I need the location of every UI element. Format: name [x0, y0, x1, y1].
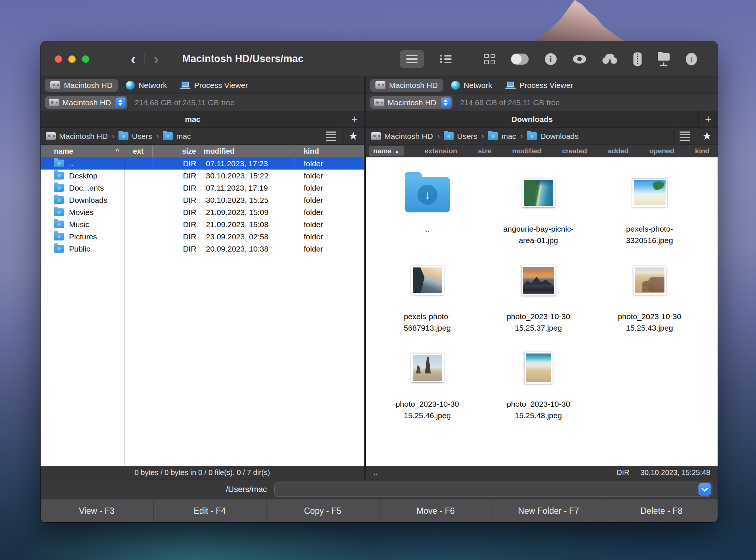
table-row[interactable]: Desktop DIR 30.10.2023, 15:22 folder	[41, 170, 364, 182]
column-header-name[interactable]: name▲	[369, 146, 404, 156]
breadcrumb-item-macintosh-hd[interactable]: Macintosh HD	[371, 132, 433, 141]
star-icon: ★	[702, 131, 712, 141]
edit-f4-button[interactable]: Edit - F4	[153, 499, 266, 522]
search-button[interactable]	[602, 54, 617, 64]
file-item[interactable]: pexels-photo-3320516.jpeg	[594, 165, 705, 252]
info-button[interactable]: i	[545, 53, 557, 65]
column-header-size[interactable]: size	[153, 145, 200, 157]
breadcrumb-item-macintosh-hd[interactable]: Macintosh HD	[46, 132, 108, 141]
tab-macintosh-hd[interactable]: Macintosh HD	[45, 79, 118, 92]
zoom-button[interactable]	[82, 55, 89, 63]
file-item[interactable]: photo_2023-10-30 15.25.48.jpeg	[483, 340, 594, 427]
file-name: photo_2023-10-30 15.25.46.jpeg	[391, 398, 464, 421]
pane-tab-mac[interactable]: mac	[41, 111, 345, 127]
file-name: photo_2023-10-30 15.25.48.jpeg	[502, 398, 575, 421]
copy-f5-button[interactable]: Copy - F5	[266, 499, 379, 522]
column-header-modified[interactable]: modified	[200, 145, 294, 157]
minimize-button[interactable]	[68, 55, 76, 63]
breadcrumb-item-mac[interactable]: mac	[163, 132, 191, 141]
column-header-kind[interactable]: kind	[294, 145, 364, 157]
file-item[interactable]: photo_2023-10-30 15.25.46.jpeg	[372, 340, 483, 427]
file-ext	[124, 157, 153, 170]
close-button[interactable]	[55, 55, 62, 63]
list-view-button[interactable]	[400, 50, 424, 68]
drive-free-space: 214,68 GB of 245,11 GB free	[135, 98, 234, 107]
command-input[interactable]	[274, 482, 712, 497]
table-row[interactable]: Public DIR 20.09.2023, 10:38 folder	[41, 243, 364, 255]
file-name: angourie-bay-picnic-area-01.jpg	[502, 223, 575, 246]
column-header-opened[interactable]: opened	[649, 147, 674, 155]
add-tab-button[interactable]: +	[345, 111, 364, 127]
move-f6-button[interactable]: Move - F6	[379, 499, 492, 522]
column-header-kind[interactable]: kind	[695, 147, 709, 155]
download-button[interactable]: ↓	[686, 53, 697, 65]
file-modified: 23.09.2023, 02:58	[200, 231, 294, 243]
file-name: photo_2023-10-30 15.25.43.jpeg	[613, 311, 687, 334]
forward-button[interactable]: ›	[145, 52, 167, 66]
view-f3-button[interactable]: View - F3	[41, 499, 153, 522]
new-folder-f7-button[interactable]: New Folder - F7	[492, 499, 605, 522]
toolbar: i ↓	[400, 50, 718, 68]
image-thumbnail	[411, 354, 444, 382]
file-item[interactable]: photo_2023-10-30 15.25.37.jpeg	[483, 252, 594, 340]
command-input-wrap	[274, 482, 712, 497]
pane-tab-downloads[interactable]: Downloads	[366, 111, 698, 127]
command-history-button[interactable]	[698, 483, 711, 496]
breadcrumb-item-users[interactable]: Users	[444, 132, 477, 141]
favorites-button[interactable]: ★	[696, 128, 718, 145]
table-row[interactable]: Movies DIR 21.09.2023, 15:09 folder	[41, 206, 364, 218]
right-drive-row: Macintosh HD 214,68 GB of 245,11 GB free	[366, 94, 718, 111]
add-tab-button[interactable]: +	[698, 111, 718, 127]
drive-selector[interactable]: Macintosh HD	[45, 96, 127, 109]
archive-button[interactable]	[633, 52, 642, 66]
column-header-size[interactable]: size	[478, 147, 491, 155]
column-header-name[interactable]: name^	[41, 145, 124, 157]
breadcrumb-item-users[interactable]: Users	[118, 132, 152, 141]
view-menu-button[interactable]	[673, 128, 696, 145]
column-header-created[interactable]: created	[562, 147, 587, 155]
table-row[interactable]: Pictures DIR 23.09.2023, 02:58 folder	[41, 231, 364, 243]
breadcrumb-label: Macintosh HD	[59, 132, 108, 141]
file-kind: folder	[294, 194, 364, 206]
file-modified: 30.10.2023, 15:22	[200, 170, 294, 182]
file-item[interactable]: photo_2023-10-30 15.25.43.jpeg	[594, 252, 705, 340]
favorites-button[interactable]: ★	[342, 128, 364, 145]
file-name: Desktop	[69, 171, 97, 180]
breadcrumb-item-mac[interactable]: mac	[488, 132, 516, 141]
breadcrumb-item-downloads[interactable]: Downloads	[527, 132, 578, 141]
column-header-ext[interactable]: ext	[124, 145, 153, 157]
back-button[interactable]: ‹	[122, 52, 144, 66]
toggle-panel-button[interactable]	[511, 54, 529, 65]
table-row[interactable]: Doc...ents DIR 07.11.2023, 17:19 folder	[41, 182, 364, 194]
view-menu-button[interactable]	[320, 128, 342, 145]
delete-f8-button[interactable]: Delete - F8	[605, 499, 718, 522]
drive-selector[interactable]: Macintosh HD	[370, 96, 453, 109]
image-thumbnail	[411, 266, 444, 295]
file-ext	[124, 170, 153, 182]
column-header-extension[interactable]: extension	[425, 147, 457, 155]
table-row[interactable]: Downloads DIR 30.10.2023, 15:25 folder	[41, 194, 364, 206]
tab-network[interactable]: Network	[121, 79, 172, 92]
file-name: Downloads	[69, 196, 107, 205]
file-item[interactable]: pexels-photo-5687913.jpeg	[372, 252, 483, 340]
file-item[interactable]: angourie-bay-picnic-area-01.jpg	[483, 165, 594, 252]
file-modified: 21.09.2023, 15:08	[200, 218, 294, 231]
file-item-parent-folder[interactable]: ↓ ..	[372, 165, 483, 252]
network-button[interactable]	[658, 52, 670, 66]
right-breadcrumb: Macintosh HD › Users › mac › Downloads ★	[366, 128, 718, 145]
column-header-added[interactable]: added	[608, 147, 629, 155]
breadcrumb-label: Users	[132, 132, 152, 141]
detail-view-button[interactable]	[440, 55, 451, 63]
table-row[interactable]: Music DIR 21.09.2023, 15:08 folder	[41, 218, 364, 231]
tab-process-viewer[interactable]: Process Viewer	[175, 79, 253, 92]
table-row[interactable]: .. DIR 07.11.2023, 17:23 folder	[41, 157, 364, 170]
tab-process-viewer[interactable]: Process Viewer	[500, 79, 578, 92]
image-thumbnail	[522, 265, 556, 296]
drive-name: Macintosh HD	[388, 98, 436, 107]
grid-view-button[interactable]	[484, 54, 495, 64]
tab-macintosh-hd[interactable]: Macintosh HD	[370, 79, 443, 92]
tab-network[interactable]: Network	[446, 79, 497, 92]
column-header-modified[interactable]: modified	[512, 147, 541, 155]
preview-button[interactable]	[573, 55, 586, 64]
file-size: DIR	[153, 218, 200, 231]
